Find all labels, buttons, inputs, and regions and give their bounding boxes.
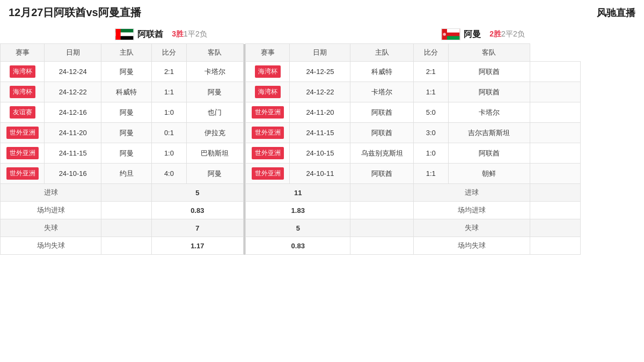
right-home: 阿联酋 — [350, 123, 414, 143]
right-date: 24-12-25 — [290, 62, 350, 82]
right-score: 1:0 — [413, 143, 448, 164]
col-event-left: 赛事 — [1, 44, 45, 62]
left-avg-conceded-label: 场均失球 — [1, 237, 101, 255]
team-right-record: 2胜2平2负 — [489, 29, 524, 39]
right-away: 阿联酋 — [448, 82, 530, 102]
svg-rect-5 — [447, 29, 460, 33]
right-date: 24-12-22 — [290, 82, 350, 102]
team-left-record: 3胜1平2负 — [172, 29, 207, 39]
left-event-tag: 海湾杯 — [1, 82, 45, 102]
right-losses: 2负 — [513, 29, 525, 38]
svg-point-8 — [443, 33, 446, 35]
left-draws: 1平 — [184, 29, 195, 38]
team-header: 阿联酋 3胜1平2负 阿曼 2胜2平2负 — [0, 25, 644, 43]
left-away: 阿曼 — [186, 164, 243, 184]
brand-name: 风驰直播 — [597, 6, 635, 19]
left-date: 24-12-24 — [45, 62, 101, 82]
left-avg-conceded-val: 1.17 — [152, 237, 243, 255]
left-score: 2:1 — [152, 62, 187, 82]
right-away: 阿联酋 — [448, 62, 530, 82]
col-score-left: 比分 — [152, 44, 187, 62]
right-event-tag: 世外亚洲 — [246, 102, 290, 123]
left-avg-goals-val: 0.83 — [152, 202, 243, 219]
table-row: 世外亚洲24-11-15阿曼1:0巴勒斯坦世外亚洲24-10-15乌兹别克斯坦1… — [1, 143, 644, 164]
left-date: 24-10-16 — [45, 164, 101, 184]
left-event-tag: 友谊赛 — [1, 102, 45, 123]
left-score: 1:0 — [152, 143, 187, 164]
left-date: 24-11-20 — [45, 123, 101, 143]
left-away: 阿曼 — [186, 82, 243, 102]
left-event-tag: 世外亚洲 — [1, 123, 45, 143]
col-home-right: 主队 — [350, 44, 414, 62]
right-home: 阿联酋 — [350, 102, 414, 123]
right-goals-val-mid: 11 — [246, 184, 350, 202]
flag-uae — [115, 28, 137, 40]
left-date: 24-12-22 — [45, 82, 101, 102]
right-score: 5:0 — [413, 102, 448, 123]
left-score: 1:0 — [152, 102, 187, 123]
right-score: 2:1 — [413, 62, 448, 82]
right-date: 24-11-15 — [290, 123, 350, 143]
left-home: 约旦 — [101, 164, 152, 184]
left-event-tag: 世外亚洲 — [1, 143, 45, 164]
left-home: 阿曼 — [101, 62, 152, 82]
left-away: 也门 — [186, 102, 243, 123]
col-score-right: 比分 — [413, 44, 448, 62]
col-away-right: 客队 — [448, 44, 530, 62]
col-date-left: 日期 — [45, 44, 101, 62]
right-conceded-label: 失球 — [413, 219, 530, 237]
right-date: 24-10-11 — [290, 164, 350, 184]
right-wins: 2胜 — [489, 29, 501, 38]
page-title: 12月27日阿联酋vs阿曼直播 — [9, 5, 141, 20]
right-event-tag: 世外亚洲 — [246, 143, 290, 164]
right-away: 吉尔吉斯斯坦 — [448, 123, 530, 143]
left-away: 伊拉克 — [186, 123, 243, 143]
right-home: 阿联酋 — [350, 164, 414, 184]
right-home: 科威特 — [350, 62, 414, 82]
stat-avg-goals-row: 场均进球 0.83 1.83 场均进球 — [1, 202, 644, 219]
column-headers: 赛事 日期 主队 比分 客队 赛事 日期 主队 比分 客队 — [1, 44, 644, 62]
team-left-name: 阿联酋 — [137, 29, 163, 40]
team-right-name: 阿曼 — [464, 29, 481, 40]
header: 12月27日阿联酋vs阿曼直播 风驰直播 — [0, 0, 644, 25]
right-home: 卡塔尔 — [350, 82, 414, 102]
right-avg-goals-val-mid: 1.83 — [246, 202, 350, 219]
stat-avg-conceded-row: 场均失球 1.17 0.83 场均失球 — [1, 237, 644, 255]
right-avg-conceded-label: 场均失球 — [413, 237, 530, 255]
left-score: 4:0 — [152, 164, 187, 184]
left-event-tag: 世外亚洲 — [1, 164, 45, 184]
right-score: 1:1 — [413, 82, 448, 102]
left-home: 阿曼 — [101, 102, 152, 123]
svg-rect-6 — [447, 36, 460, 40]
left-away: 巴勒斯坦 — [186, 143, 243, 164]
team-right-header: 阿曼 2胜2平2负 — [322, 28, 644, 40]
right-home: 乌兹别克斯坦 — [350, 143, 414, 164]
left-home: 阿曼 — [101, 143, 152, 164]
right-avg-conceded-val-mid: 0.83 — [246, 237, 350, 255]
right-event-tag: 世外亚洲 — [246, 164, 290, 184]
table-row: 友谊赛24-12-16阿曼1:0也门世外亚洲24-11-20阿联酋5:0卡塔尔 — [1, 102, 644, 123]
left-score: 1:1 — [152, 82, 187, 102]
col-event-right: 赛事 — [246, 44, 290, 62]
main-table: 赛事 日期 主队 比分 客队 赛事 日期 主队 比分 客队 海湾杯24-12-2… — [0, 43, 644, 255]
left-date: 24-11-15 — [45, 143, 101, 164]
right-avg-goals-label: 场均进球 — [413, 202, 530, 219]
left-home: 科威特 — [101, 82, 152, 102]
col-home-left: 主队 — [101, 44, 152, 62]
left-conceded-val: 7 — [152, 219, 243, 237]
right-date: 24-10-15 — [290, 143, 350, 164]
left-losses: 2负 — [195, 29, 207, 38]
right-event-tag: 海湾杯 — [246, 82, 290, 102]
svg-rect-3 — [116, 29, 121, 40]
right-away: 朝鲜 — [448, 164, 530, 184]
right-event-tag: 海湾杯 — [246, 62, 290, 82]
left-goals-val: 5 — [152, 184, 243, 202]
right-away: 卡塔尔 — [448, 102, 530, 123]
right-goals-label: 进球 — [413, 184, 530, 202]
stat-conceded-row: 失球 7 5 失球 — [1, 219, 644, 237]
left-home: 阿曼 — [101, 123, 152, 143]
col-date-right: 日期 — [290, 44, 350, 62]
right-score: 3:0 — [413, 123, 448, 143]
left-wins: 3胜 — [172, 29, 184, 38]
right-score: 1:1 — [413, 164, 448, 184]
